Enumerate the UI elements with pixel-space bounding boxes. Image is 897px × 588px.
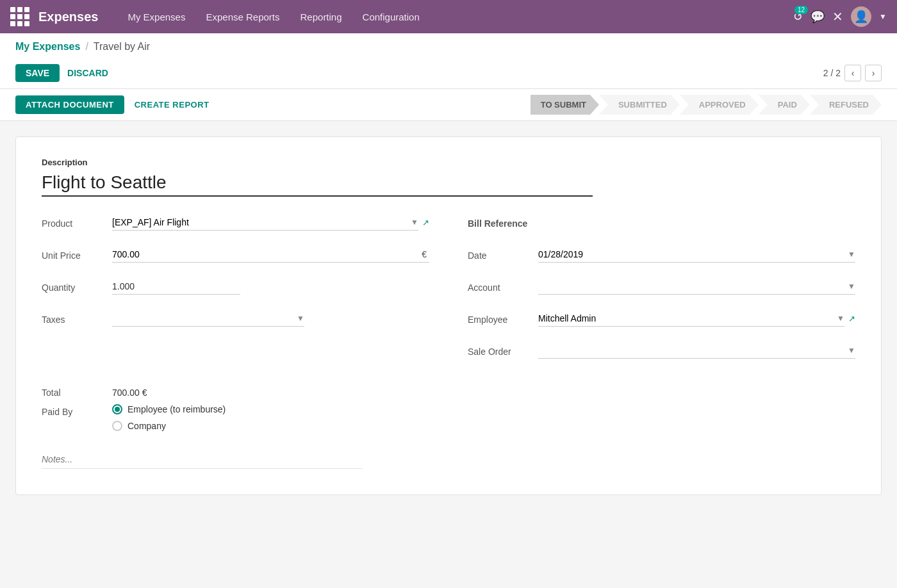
unit-price-value: € [112,247,429,263]
bill-reference-label: Bill Reference [468,215,527,229]
taxes-label: Taxes [42,311,112,325]
quantity-value [112,279,429,295]
create-report-button[interactable]: CREATE REPORT [135,100,210,110]
menu-reporting[interactable]: Reporting [290,0,352,33]
unit-price-label: Unit Price [42,247,112,261]
left-fields: Product ▼ ↗ Unit Price [42,215,429,375]
employee-label: Employee [468,311,538,325]
product-input[interactable] [112,215,408,230]
menu-my-expenses[interactable]: My Expenses [117,0,195,33]
chat-icon[interactable]: 💬 [811,10,825,24]
product-dropdown-arrow[interactable]: ▼ [408,218,418,227]
total-label: Total [42,388,112,398]
employee-input-wrapper: ▼ [538,311,844,327]
menu-configuration[interactable]: Configuration [352,0,430,33]
quantity-input[interactable] [112,279,240,295]
description-input[interactable] [42,172,593,197]
pagination-info: 2 / 2 [823,68,841,78]
paid-by-row: Paid By Employee (to reimburse) Company [42,404,855,431]
date-value: ▼ [538,247,855,263]
date-label: Date [468,247,538,261]
account-label: Account [468,279,538,293]
sale-order-label: Sale Order [468,343,538,357]
date-field-row: Date ▼ [468,247,855,270]
user-menu-arrow[interactable]: ▼ [879,12,887,21]
taxes-field-row: Taxes ▼ [42,311,429,334]
main-content: Description Product ▼ ↗ [0,121,897,510]
totals-section: Total 700.00 € Paid By Employee (to reim… [42,388,855,431]
employee-field-row: Employee ▼ ↗ [468,311,855,334]
account-dropdown-arrow[interactable]: ▼ [845,282,855,291]
currency-symbol: € [419,247,429,262]
top-navigation: Expenses My Expenses Expense Reports Rep… [0,0,897,33]
save-button[interactable]: SAVE [15,64,60,82]
taxes-input-wrapper: ▼ [112,311,304,327]
top-right-actions: ↺ 12 💬 ✕ 👤 ▼ [793,6,887,27]
status-step-submitted: SUBMITTED [599,95,680,115]
notif-count: 12 [794,6,808,14]
radio-employee-label: Employee (to reimburse) [128,404,226,414]
paid-by-label: Paid By [42,404,112,417]
sale-order-value: ▼ [538,343,855,359]
date-input[interactable] [538,247,845,262]
breadcrumb-separator: / [85,41,88,53]
product-value: ▼ ↗ [112,215,429,231]
description-label: Description [42,158,855,167]
pagination-next[interactable]: › [865,65,882,81]
notification-badge[interactable]: ↺ 12 [793,10,803,24]
status-steps: TO SUBMIT SUBMITTED APPROVED PAID REFUSE… [531,95,882,115]
close-icon[interactable]: ✕ [832,9,843,24]
sale-order-dropdown-arrow[interactable]: ▼ [845,346,855,355]
quantity-label: Quantity [42,279,112,293]
app-brand: Expenses [38,10,98,24]
employee-dropdown-arrow[interactable]: ▼ [834,314,844,323]
pagination-prev[interactable]: ‹ [844,65,861,81]
account-input-wrapper: ▼ [538,279,855,295]
breadcrumb-parent[interactable]: My Expenses [15,41,80,53]
employee-value: ▼ ↗ [538,311,855,327]
discard-button[interactable]: DISCARD [67,68,108,78]
product-field-row: Product ▼ ↗ [42,215,429,238]
status-step-paid: PAID [759,95,810,115]
taxes-dropdown-arrow[interactable]: ▼ [294,314,304,323]
date-input-wrapper: ▼ [538,247,855,263]
unit-price-input-wrapper: € [112,247,429,263]
user-avatar[interactable]: 👤 [851,6,871,27]
quantity-field-row: Quantity [42,279,429,302]
apps-grid-icon[interactable] [10,7,29,26]
sale-order-input[interactable] [538,343,845,358]
date-dropdown-arrow[interactable]: ▼ [845,250,855,259]
total-row: Total 700.00 € [42,388,855,398]
attach-document-button[interactable]: ATTACH DOCUMENT [15,95,124,114]
product-ext-link[interactable]: ↗ [422,218,429,227]
sale-order-field-row: Sale Order ▼ [468,343,855,366]
status-step-approved: APPROVED [680,95,759,115]
unit-price-input[interactable] [112,247,419,262]
employee-ext-link[interactable]: ↗ [848,314,855,323]
status-bar-left: ATTACH DOCUMENT CREATE REPORT [15,89,531,120]
employee-input[interactable] [538,311,834,326]
menu-expense-reports[interactable]: Expense Reports [195,0,290,33]
right-fields: Bill Reference Date ▼ Account [468,215,855,375]
bill-reference-field-row: Bill Reference [468,215,855,238]
breadcrumb: My Expenses / Travel by Air [15,41,882,59]
action-bar: SAVE DISCARD 2 / 2 ‹ › [15,59,882,88]
radio-dot-employee [112,404,122,414]
account-input[interactable] [538,279,845,294]
status-bar: ATTACH DOCUMENT CREATE REPORT TO SUBMIT … [0,89,897,121]
product-label: Product [42,215,112,229]
radio-company[interactable]: Company [112,421,226,431]
breadcrumb-bar: My Expenses / Travel by Air SAVE DISCARD… [0,33,897,89]
radio-employee[interactable]: Employee (to reimburse) [112,404,226,414]
account-value: ▼ [538,279,855,295]
product-input-wrapper: ▼ [112,215,418,231]
notes-input[interactable] [42,450,362,469]
paid-by-options: Employee (to reimburse) Company [112,404,226,431]
pagination: 2 / 2 ‹ › [823,65,882,81]
taxes-input[interactable] [112,311,294,326]
account-field-row: Account ▼ [468,279,855,302]
taxes-value: ▼ [112,311,429,327]
form-card: Description Product ▼ ↗ [15,136,882,495]
unit-price-field-row: Unit Price € [42,247,429,270]
total-value: 700.00 € [112,388,147,398]
